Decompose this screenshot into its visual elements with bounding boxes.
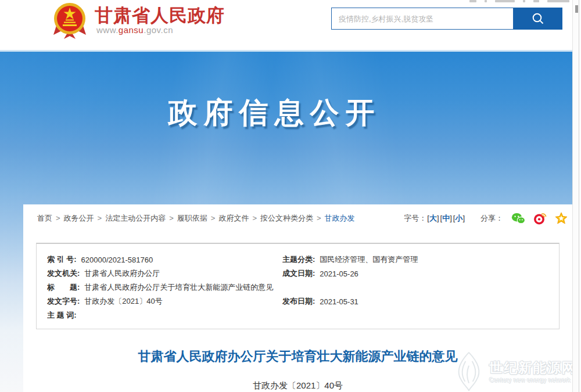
document-metadata-table: 索 引 号: 620000/2021-581760 发文机关: 甘肃省人民政府办…: [36, 243, 560, 329]
site-title[interactable]: 甘肃省人民政府: [95, 3, 225, 28]
meta-issuing-agency: 发文机关: 甘肃省人民政府办公厅: [47, 267, 282, 280]
share-weibo-button[interactable]: [533, 212, 547, 225]
search-input[interactable]: [331, 8, 514, 30]
font-size-small-button[interactable]: [小]: [453, 213, 465, 224]
breadcrumb-item[interactable]: 履职依据: [177, 214, 207, 222]
national-emblem-logo[interactable]: [53, 1, 87, 39]
national-emblem-icon: [53, 1, 87, 39]
banner-title: 政府信息公开: [0, 93, 549, 132]
font-size-label: 字号：: [404, 213, 426, 224]
document-title: 甘肃省人民政府办公厅关于培育壮大新能源产业链的意见: [23, 349, 572, 364]
weibo-icon: [533, 212, 547, 225]
meta-subject-words: 主 题 词:: [47, 308, 282, 322]
wechat-icon: [511, 213, 525, 224]
document-number: 甘政办发〔2021〕40号: [23, 380, 572, 391]
page-toolbar: 字号： [大] [中] [小] 分享：: [404, 212, 568, 225]
breadcrumb-home[interactable]: 首页: [37, 214, 52, 222]
site-url: www.gansu.gov.cn: [96, 25, 173, 35]
share-label: 分享：: [480, 213, 503, 224]
meta-document-number: 发文字号: 甘政办发〔2021〕40号: [47, 294, 282, 308]
breadcrumb-item[interactable]: 政务公开: [64, 214, 94, 222]
breadcrumb-item[interactable]: 法定主动公开内容: [105, 214, 166, 222]
breadcrumb: 首页>政务公开>法定主动公开内容>履职依据>政府文件>按公文种类分类>甘政办发: [37, 213, 355, 224]
meta-written-date: 成文日期: 2021-05-26: [282, 267, 553, 280]
font-size-medium-button[interactable]: [中]: [440, 213, 452, 224]
breadcrumb-item[interactable]: 政府文件: [218, 214, 249, 222]
share-favorite-button[interactable]: [555, 212, 568, 225]
breadcrumb-row: 首页>政务公开>法定主动公开内容>履职依据>政府文件>按公文种类分类>甘政办发 …: [23, 204, 572, 231]
topbar-clipped-links: [469, 0, 569, 4]
site-header: 甘肃省人民政府 www.gansu.gov.cn: [0, 0, 572, 50]
search-icon: [531, 12, 545, 26]
search-box: [331, 8, 562, 30]
font-size-large-button[interactable]: [大]: [427, 213, 439, 224]
meta-subject-category: 主题分类: 国民经济管理、国有资产管理: [282, 253, 553, 267]
search-button[interactable]: [514, 8, 562, 30]
scrollbar-track[interactable]: [572, 0, 581, 392]
meta-index-number: 索 引 号: 620000/2021-581760: [47, 253, 282, 267]
page: 政府信息公开 甘肃省人民政府 www.gansu.gov.cn: [0, 0, 581, 392]
breadcrumb-current: 甘政办发: [325, 214, 355, 222]
breadcrumb-item[interactable]: 按公文种类分类: [260, 214, 313, 222]
star-icon: [555, 212, 568, 225]
content-card: 首页>政务公开>法定主动公开内容>履职依据>政府文件>按公文种类分类>甘政办发 …: [23, 204, 572, 392]
meta-title: 标 题: 甘肃省人民政府办公厅关于培育壮大新能源产业链的意见: [47, 280, 282, 294]
share-wechat-button[interactable]: [511, 213, 525, 224]
scrollbar-thumb[interactable]: [575, 5, 578, 13]
meta-publish-date: 发布日期: 2021-05-31: [282, 294, 553, 308]
